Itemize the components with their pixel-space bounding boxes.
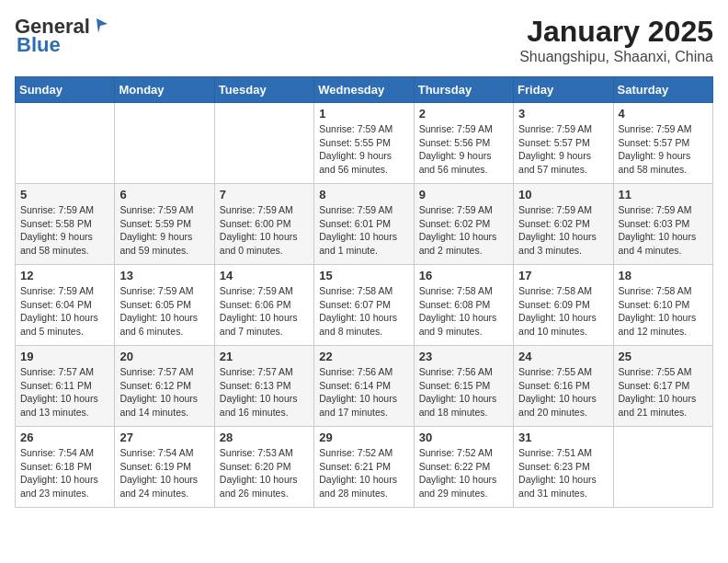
calendar-cell: 17Sunrise: 7:58 AM Sunset: 6:09 PM Dayli…	[514, 265, 613, 346]
day-number: 23	[419, 350, 508, 363]
day-info: Sunrise: 7:57 AM Sunset: 6:12 PM Dayligh…	[119, 365, 209, 419]
day-info: Sunrise: 7:56 AM Sunset: 6:15 PM Dayligh…	[419, 365, 508, 419]
calendar-title: January 2025	[519, 15, 713, 49]
calendar-cell: 25Sunrise: 7:55 AM Sunset: 6:17 PM Dayli…	[613, 346, 712, 427]
day-info: Sunrise: 7:54 AM Sunset: 6:18 PM Dayligh…	[20, 446, 109, 500]
day-number: 15	[319, 269, 408, 282]
day-info: Sunrise: 7:59 AM Sunset: 6:02 PM Dayligh…	[518, 203, 608, 258]
logo: General Blue	[15, 15, 108, 57]
day-info: Sunrise: 7:57 AM Sunset: 6:11 PM Dayligh…	[20, 365, 109, 419]
calendar-cell	[115, 103, 214, 184]
day-number: 27	[119, 431, 209, 444]
calendar-cell: 16Sunrise: 7:58 AM Sunset: 6:08 PM Dayli…	[414, 265, 513, 346]
calendar-cell: 4Sunrise: 7:59 AM Sunset: 5:57 PM Daylig…	[613, 103, 712, 184]
calendar-cell: 24Sunrise: 7:55 AM Sunset: 6:16 PM Dayli…	[514, 346, 613, 427]
day-number: 18	[619, 269, 708, 282]
day-info: Sunrise: 7:54 AM Sunset: 6:19 PM Dayligh…	[119, 446, 209, 500]
day-info: Sunrise: 7:52 AM Sunset: 6:21 PM Dayligh…	[319, 446, 408, 500]
day-info: Sunrise: 7:59 AM Sunset: 6:06 PM Dayligh…	[220, 284, 309, 339]
calendar-cell	[613, 427, 712, 508]
calendar-week-1: 1Sunrise: 7:59 AM Sunset: 5:55 PM Daylig…	[16, 103, 713, 184]
calendar-cell: 15Sunrise: 7:58 AM Sunset: 6:07 PM Dayli…	[314, 265, 414, 346]
calendar-table: SundayMondayTuesdayWednesdayThursdayFrid…	[15, 76, 713, 508]
day-number: 13	[119, 269, 209, 282]
calendar-cell: 28Sunrise: 7:53 AM Sunset: 6:20 PM Dayli…	[214, 427, 313, 508]
day-number: 8	[319, 188, 408, 201]
logo-bird-icon	[91, 17, 108, 33]
day-info: Sunrise: 7:57 AM Sunset: 6:13 PM Dayligh…	[220, 365, 309, 419]
calendar-week-3: 12Sunrise: 7:59 AM Sunset: 6:04 PM Dayli…	[16, 265, 713, 346]
day-number: 28	[220, 431, 309, 444]
day-number: 14	[220, 269, 309, 282]
day-info: Sunrise: 7:58 AM Sunset: 6:08 PM Dayligh…	[419, 284, 508, 339]
day-number: 16	[419, 269, 508, 282]
day-info: Sunrise: 7:59 AM Sunset: 5:57 PM Dayligh…	[619, 122, 708, 177]
day-number: 6	[119, 188, 209, 201]
calendar-cell	[214, 103, 313, 184]
calendar-cell: 10Sunrise: 7:59 AM Sunset: 6:02 PM Dayli…	[514, 184, 613, 265]
day-number: 30	[419, 431, 508, 444]
calendar-cell: 1Sunrise: 7:59 AM Sunset: 5:55 PM Daylig…	[314, 103, 414, 184]
calendar-cell: 9Sunrise: 7:59 AM Sunset: 6:02 PM Daylig…	[414, 184, 513, 265]
day-number: 29	[319, 431, 408, 444]
calendar-cell: 19Sunrise: 7:57 AM Sunset: 6:11 PM Dayli…	[16, 346, 115, 427]
calendar-cell: 31Sunrise: 7:51 AM Sunset: 6:23 PM Dayli…	[514, 427, 613, 508]
day-number: 22	[319, 350, 408, 363]
logo-blue-text: Blue	[17, 33, 61, 57]
day-info: Sunrise: 7:56 AM Sunset: 6:14 PM Dayligh…	[319, 365, 408, 419]
day-number: 3	[518, 107, 608, 121]
day-info: Sunrise: 7:59 AM Sunset: 6:02 PM Dayligh…	[419, 203, 508, 258]
weekday-header-saturday: Saturday	[613, 77, 712, 103]
calendar-cell: 11Sunrise: 7:59 AM Sunset: 6:03 PM Dayli…	[613, 184, 712, 265]
day-info: Sunrise: 7:53 AM Sunset: 6:20 PM Dayligh…	[220, 446, 309, 500]
day-info: Sunrise: 7:59 AM Sunset: 6:05 PM Dayligh…	[119, 284, 209, 339]
calendar-cell: 6Sunrise: 7:59 AM Sunset: 5:59 PM Daylig…	[115, 184, 214, 265]
day-number: 21	[220, 350, 309, 363]
day-info: Sunrise: 7:58 AM Sunset: 6:09 PM Dayligh…	[518, 284, 608, 339]
calendar-cell: 26Sunrise: 7:54 AM Sunset: 6:18 PM Dayli…	[16, 427, 115, 508]
calendar-cell: 20Sunrise: 7:57 AM Sunset: 6:12 PM Dayli…	[115, 346, 214, 427]
calendar-header: SundayMondayTuesdayWednesdayThursdayFrid…	[16, 77, 713, 103]
calendar-cell: 7Sunrise: 7:59 AM Sunset: 6:00 PM Daylig…	[214, 184, 313, 265]
day-info: Sunrise: 7:59 AM Sunset: 6:03 PM Dayligh…	[619, 203, 708, 258]
day-number: 20	[119, 350, 209, 363]
title-block: January 2025 Shuangshipu, Shaanxi, China	[519, 15, 713, 65]
calendar-week-5: 26Sunrise: 7:54 AM Sunset: 6:18 PM Dayli…	[16, 427, 713, 508]
day-number: 17	[518, 269, 608, 282]
day-info: Sunrise: 7:55 AM Sunset: 6:16 PM Dayligh…	[518, 365, 608, 419]
calendar-cell: 23Sunrise: 7:56 AM Sunset: 6:15 PM Dayli…	[414, 346, 513, 427]
calendar-week-2: 5Sunrise: 7:59 AM Sunset: 5:58 PM Daylig…	[16, 184, 713, 265]
calendar-cell: 2Sunrise: 7:59 AM Sunset: 5:56 PM Daylig…	[414, 103, 513, 184]
day-number: 25	[619, 350, 708, 363]
calendar-cell: 13Sunrise: 7:59 AM Sunset: 6:05 PM Dayli…	[115, 265, 214, 346]
day-info: Sunrise: 7:59 AM Sunset: 5:55 PM Dayligh…	[319, 122, 408, 177]
day-number: 12	[20, 269, 109, 282]
weekday-header-monday: Monday	[115, 77, 214, 103]
day-number: 5	[20, 188, 109, 201]
day-info: Sunrise: 7:51 AM Sunset: 6:23 PM Dayligh…	[518, 446, 608, 500]
page-header: General Blue January 2025 Shuangshipu, S…	[15, 15, 713, 65]
day-info: Sunrise: 7:52 AM Sunset: 6:22 PM Dayligh…	[419, 446, 508, 500]
weekday-header-sunday: Sunday	[16, 77, 115, 103]
weekday-header-wednesday: Wednesday	[314, 77, 414, 103]
day-number: 9	[419, 188, 508, 201]
calendar-cell: 27Sunrise: 7:54 AM Sunset: 6:19 PM Dayli…	[115, 427, 214, 508]
weekday-header-row: SundayMondayTuesdayWednesdayThursdayFrid…	[16, 77, 713, 103]
day-info: Sunrise: 7:59 AM Sunset: 6:04 PM Dayligh…	[20, 284, 109, 339]
calendar-cell: 12Sunrise: 7:59 AM Sunset: 6:04 PM Dayli…	[16, 265, 115, 346]
day-info: Sunrise: 7:58 AM Sunset: 6:07 PM Dayligh…	[319, 284, 408, 339]
calendar-cell: 29Sunrise: 7:52 AM Sunset: 6:21 PM Dayli…	[314, 427, 414, 508]
calendar-cell: 5Sunrise: 7:59 AM Sunset: 5:58 PM Daylig…	[16, 184, 115, 265]
weekday-header-thursday: Thursday	[414, 77, 513, 103]
calendar-cell: 3Sunrise: 7:59 AM Sunset: 5:57 PM Daylig…	[514, 103, 613, 184]
day-info: Sunrise: 7:59 AM Sunset: 5:58 PM Dayligh…	[20, 203, 109, 258]
day-info: Sunrise: 7:59 AM Sunset: 5:59 PM Dayligh…	[119, 203, 209, 258]
day-info: Sunrise: 7:59 AM Sunset: 6:00 PM Dayligh…	[220, 203, 309, 258]
calendar-cell: 21Sunrise: 7:57 AM Sunset: 6:13 PM Dayli…	[214, 346, 313, 427]
day-number: 4	[619, 107, 708, 121]
calendar-cell: 18Sunrise: 7:58 AM Sunset: 6:10 PM Dayli…	[613, 265, 712, 346]
calendar-cell	[16, 103, 115, 184]
day-number: 24	[518, 350, 608, 363]
day-info: Sunrise: 7:58 AM Sunset: 6:10 PM Dayligh…	[619, 284, 708, 339]
day-number: 11	[619, 188, 708, 201]
